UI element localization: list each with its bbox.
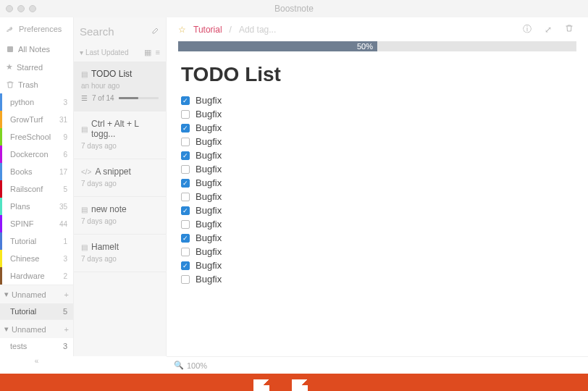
delete-button[interactable] — [562, 24, 576, 35]
todo-label[interactable]: Bugfix — [196, 109, 222, 119]
tag-plans[interactable]: Plans35 — [0, 198, 73, 215]
todo-label[interactable]: Bugfix — [196, 136, 222, 147]
tag-count: 5 — [63, 185, 67, 193]
preferences-button[interactable]: Preferences — [0, 17, 73, 41]
folder-label: tests — [10, 342, 27, 350]
todo-label[interactable]: Bugfix — [196, 205, 222, 216]
trash-label: Trash — [18, 80, 38, 89]
note-item[interactable]: ▤Hamelt7 days ago — [74, 235, 166, 272]
sort-button[interactable]: ▾ Last Updated — [80, 49, 129, 56]
tag-label: SPINF — [10, 219, 33, 228]
notes-icon — [6, 45, 14, 54]
todo-checkbox[interactable]: ✓ — [181, 234, 190, 243]
note-item[interactable]: </>A snippet7 days ago — [74, 159, 166, 197]
folder-tests[interactable]: tests3 — [0, 338, 73, 354]
sidebar: Preferences All Notes ★ Starred Trash py… — [0, 17, 74, 356]
todo-item: Bugfix — [181, 245, 574, 258]
all-notes-button[interactable]: All Notes — [0, 41, 73, 58]
grid-view-button[interactable]: ▦ — [144, 48, 151, 57]
starred-button[interactable]: ★ Starred — [0, 58, 73, 76]
tag-dockercon[interactable]: Dockercon6 — [0, 146, 73, 163]
note-title[interactable]: TODO List — [181, 63, 574, 86]
zoom-icon[interactable]: 🔍 — [174, 361, 184, 370]
trash-icon — [565, 24, 574, 33]
todo-item: ✓Bugfix — [181, 203, 574, 217]
todo-item: ✓Bugfix — [181, 121, 574, 135]
tag-chinese[interactable]: Chinese3 — [0, 250, 73, 267]
todo-label[interactable]: Bugfix — [196, 150, 222, 161]
note-item-title: new note — [91, 204, 127, 214]
info-button[interactable]: ⓘ — [520, 23, 534, 35]
tag-count: 3 — [63, 98, 67, 106]
fullscreen-button[interactable]: ⤢ — [542, 25, 555, 35]
list-view-button[interactable]: ≡ — [156, 48, 160, 57]
add-folder-button[interactable]: + — [64, 290, 69, 299]
todo-checkbox[interactable]: ✓ — [181, 179, 190, 188]
todo-checkbox[interactable] — [181, 110, 190, 119]
todo-label[interactable]: Bugfix — [196, 260, 222, 271]
todo-label[interactable]: Bugfix — [196, 274, 222, 285]
add-folder-button[interactable]: + — [64, 325, 69, 334]
todo-checkbox[interactable] — [181, 138, 190, 146]
tag-tutorial[interactable]: Tutorial1 — [0, 232, 73, 250]
todo-checkbox[interactable]: ✓ — [181, 261, 190, 270]
todo-label[interactable]: Bugfix — [196, 246, 222, 257]
todo-item: Bugfix — [181, 107, 574, 121]
note-item[interactable]: ▤new note7 days ago — [74, 197, 166, 235]
tag-label: Hardware — [10, 272, 45, 280]
folder-tutorial[interactable]: Tutorial5 — [0, 303, 73, 319]
tag-freeschool[interactable]: FreeSchool9 — [0, 128, 73, 146]
new-note-button[interactable] — [151, 25, 160, 38]
collapse-sidebar-button[interactable]: « — [0, 354, 73, 368]
add-tag-button[interactable]: Add tag... — [239, 25, 276, 35]
todo-checkbox[interactable] — [181, 193, 190, 201]
dock-file-2[interactable] — [292, 379, 308, 391]
trash-button[interactable]: Trash — [0, 76, 73, 93]
tag-count: 1 — [63, 237, 67, 245]
folder-label: Tutorial — [10, 307, 36, 316]
todo-checkbox[interactable] — [181, 248, 190, 256]
dock-file[interactable]: Hamlet.mda.md — [238, 379, 285, 391]
todo-label[interactable]: Bugfix — [196, 232, 222, 243]
star-toggle[interactable]: ☆ — [178, 25, 186, 35]
todo-item: Bugfix — [181, 190, 574, 203]
breadcrumb-folder[interactable]: Tutorial — [193, 25, 222, 35]
todo-item: ✓Bugfix — [181, 231, 574, 245]
todo-item: ✓Bugfix — [181, 148, 574, 162]
group-header[interactable]: ▾Unnamed+ — [0, 319, 73, 338]
tag-spinf[interactable]: SPINF44 — [0, 215, 73, 232]
note-item[interactable]: ▤TODO Listan hour ago☰7 of 14 — [74, 62, 166, 112]
todo-label[interactable]: Bugfix — [196, 191, 222, 202]
search-input[interactable]: Search — [80, 25, 114, 38]
tag-growturf[interactable]: GrowTurf31 — [0, 111, 73, 128]
dock: Hamlet.mda.md ➤ — [0, 374, 588, 391]
file-icon — [292, 379, 308, 391]
note-mini-progress — [119, 97, 159, 99]
todo-checkbox[interactable]: ✓ — [181, 124, 190, 133]
todo-label[interactable]: Bugfix — [196, 164, 222, 175]
todo-item: Bugfix — [181, 217, 574, 231]
zoom-level[interactable]: 100% — [187, 361, 207, 370]
doc-icon: ▤ — [81, 206, 88, 214]
tag-railsconf[interactable]: Railsconf5 — [0, 180, 73, 198]
tag-count: 3 — [63, 255, 67, 263]
tag-hardware[interactable]: Hardware2 — [0, 267, 73, 285]
group-header[interactable]: ▾Unnamed+ — [0, 285, 73, 303]
todo-checkbox[interactable]: ✓ — [181, 96, 190, 105]
todo-checkbox[interactable] — [181, 165, 190, 174]
todo-checkbox[interactable]: ✓ — [181, 151, 190, 160]
todo-checkbox[interactable] — [181, 220, 190, 229]
todo-checkbox[interactable] — [181, 275, 190, 284]
todo-label[interactable]: Bugfix — [196, 122, 222, 133]
todo-label[interactable]: Bugfix — [196, 95, 222, 106]
breadcrumb-separator: / — [230, 25, 232, 35]
note-list-panel: Search ▾ Last Updated ▦ ≡ ▤TODO Listan h… — [74, 17, 167, 356]
note-item[interactable]: ▤Ctrl + Alt + L togg...7 days ago — [74, 112, 166, 159]
todo-checkbox[interactable]: ✓ — [181, 206, 190, 215]
all-notes-label: All Notes — [18, 45, 50, 54]
tag-books[interactable]: Books17 — [0, 163, 73, 180]
tag-label: Dockercon — [10, 150, 49, 159]
tag-python[interactable]: python3 — [0, 93, 73, 111]
todo-label[interactable]: Bugfix — [196, 177, 222, 188]
todo-label[interactable]: Bugfix — [196, 219, 222, 230]
